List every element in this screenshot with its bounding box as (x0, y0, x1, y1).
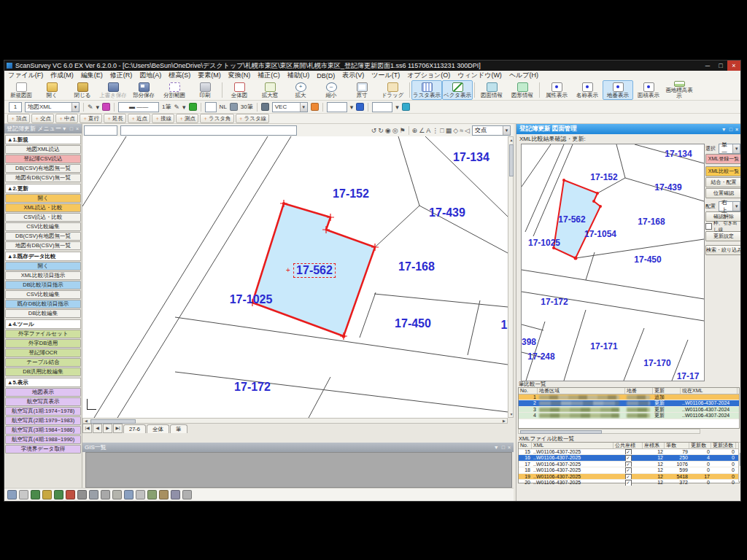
edit-toolbar-dropdown[interactable]: 地図XML▼ (25, 102, 80, 112)
sidebar-item[interactable]: 航空写真(3期:1984~1986) (5, 426, 81, 435)
checkbox-checked-icon[interactable]: ✓ (625, 474, 632, 480)
column-header[interactable]: No. (519, 388, 538, 394)
snap-ラスタ線-button[interactable]: ＋ラスタ線 (236, 114, 270, 123)
edit-tool-icon[interactable]: ▾ (182, 104, 186, 111)
snap-延長-button[interactable]: ＋延長 (104, 114, 126, 123)
table-row[interactable]: 2更新..W01106-4307-2024 (519, 400, 739, 407)
table-row[interactable]: 17..W01106-4307-2025✓12107600 (519, 462, 739, 468)
menu-item[interactable]: 表示(V) (338, 71, 368, 80)
title-bar[interactable]: ScanSurvey VC 6.0 EX Ver 6.2.0.0 - [C:\U… (4, 61, 740, 71)
status-icon[interactable] (159, 490, 169, 499)
sidebar-item[interactable]: 地図表示 (5, 388, 81, 397)
menu-item[interactable]: ツール(T) (368, 71, 403, 80)
toolbar-button[interactable]: 全体図 (224, 80, 255, 100)
edit-toolbar-field[interactable] (327, 102, 347, 112)
map-nav-icon[interactable]: ◎ (392, 127, 398, 134)
sidebar-item[interactable]: DB汎用比較編集 (5, 368, 81, 376)
status-icon[interactable] (124, 490, 133, 499)
sheet-tab-27-6[interactable]: 27-6 (123, 424, 146, 433)
sidebar-item[interactable]: 開く (5, 262, 81, 271)
snap-交点-button[interactable]: ＋交点 (31, 114, 54, 123)
edit-tool-color-icon[interactable] (102, 103, 110, 111)
menu-item[interactable]: ファイル(F) (4, 71, 47, 80)
table-row[interactable]: 15..W01106-4307-2025✓127900 (519, 449, 739, 456)
edit-tool-color-icon[interactable] (189, 103, 197, 111)
table-row[interactable]: 19..W01106-4307-2025✓125418170 (519, 474, 739, 481)
join-place-button[interactable]: 結合・配置 (705, 177, 741, 187)
sidebar-item[interactable]: テーブル結合 (5, 358, 81, 367)
column-header[interactable]: 筆数 (665, 443, 689, 448)
map-edit-icon[interactable]: ≈ (460, 127, 463, 134)
sheet-tab-筆[interactable]: 筆 (170, 424, 187, 433)
column-header[interactable]: XML (532, 443, 614, 448)
maximize-button[interactable]: □ (714, 61, 727, 71)
edit-tool-color-icon[interactable] (356, 103, 364, 111)
sidebar-item[interactable]: CSV比較編集 (5, 222, 81, 231)
snap-近点-button[interactable]: ＋近点 (128, 114, 150, 123)
table-row[interactable]: 4更新..W01106-4307-2024 (519, 413, 739, 419)
toolbar-button[interactable]: 印刷 (190, 80, 220, 100)
sidebar-item[interactable]: CSV比較編集 (5, 290, 81, 299)
mini-map-canvas[interactable]: 17-13417-15217-43917-56217-16817-105417-… (521, 144, 705, 381)
sidebar-item[interactable]: 登記簿OCR (5, 349, 81, 357)
map-edit-icon[interactable]: ⋮ (432, 127, 438, 134)
snap-mode-select[interactable]: 交点▼ (472, 125, 511, 136)
position-check-button[interactable]: 位置確認 (705, 188, 741, 198)
snap-測点-button[interactable]: ＋測点 (176, 114, 198, 123)
map-edit-icon[interactable]: ⊕ (412, 127, 418, 134)
sidebar-section-header[interactable]: ▲5.表示 (5, 378, 81, 387)
menu-item[interactable]: 変換(N) (225, 71, 255, 80)
sidebar-item[interactable]: 地図XML読込 (5, 145, 81, 154)
search-filter-button[interactable]: 検索・絞り込み (705, 245, 741, 255)
map-edit-icon[interactable]: ▦ (446, 127, 452, 134)
edit-tool-icon[interactable]: ✎ (88, 104, 93, 111)
status-icon[interactable] (171, 490, 180, 499)
sidebar-item[interactable]: 登記簿CSV読込 (5, 155, 81, 163)
status-icon[interactable] (89, 490, 98, 499)
map-nav-icon[interactable]: ◉ (385, 127, 391, 134)
edit-tool-icon[interactable]: ▾ (350, 104, 354, 111)
toolbar-button[interactable]: 閉じる (67, 80, 98, 100)
toolbar-button[interactable]: 縮小 (316, 80, 347, 100)
toolbar-button[interactable]: 地番表示 (603, 80, 633, 100)
toolbar-button[interactable]: ラスタ表示 (411, 80, 442, 100)
checkbox-checked-icon[interactable]: ✓ (625, 462, 632, 467)
column-header[interactable]: 地番 (625, 388, 653, 394)
sidebar-item[interactable]: 開く (5, 194, 81, 203)
menu-item[interactable]: DB(D) (313, 72, 338, 79)
toolbar-button[interactable]: 面積表示 (633, 80, 664, 100)
sidebar-item[interactable]: XML比較項目指示 (5, 271, 81, 280)
sidebar-item[interactable]: 航空写真(4期:1988~1990) (5, 435, 81, 444)
status-icon[interactable] (19, 490, 28, 499)
tab-prev-button[interactable]: ◀ (93, 424, 102, 433)
status-icon[interactable] (112, 490, 122, 499)
toolbar-button[interactable]: ドラッグ (377, 80, 408, 100)
sidebar-item[interactable]: DB比較編集 (5, 309, 81, 318)
table-row[interactable]: 16..W01106-4307-2025✓1225040 (519, 455, 739, 462)
toolbar-button[interactable]: 部分保存 (128, 80, 159, 100)
menu-item[interactable]: ウィンドウ(W) (454, 71, 506, 80)
column-header[interactable]: 座標系 (643, 443, 665, 448)
snap-直行-button[interactable]: ＋直行 (80, 114, 102, 123)
sidebar-section-header[interactable]: ▲3.既存データ比較 (5, 252, 81, 261)
sidebar-item[interactable]: 航空写真表示 (5, 397, 81, 406)
frame-leader-checkbox[interactable] (705, 223, 712, 230)
map-vertical-scrollbar[interactable]: ▲ ▼ (508, 136, 514, 418)
sidebar-panel-buttons[interactable]: ▼ □ × (62, 126, 80, 131)
sidebar-item[interactable]: DB(CSV)有地図無一覧 (5, 232, 81, 241)
toolbar-button[interactable]: 図形情報 (507, 80, 538, 100)
gis-panel-buttons[interactable]: ▼ □ × (494, 445, 511, 450)
menu-item[interactable]: 要素(M) (194, 71, 225, 80)
sidebar-item[interactable]: 航空写真(2期:1979~1983) (5, 416, 81, 425)
toolbar-button[interactable]: 分割範囲 (159, 80, 190, 100)
sidebar-item[interactable]: 既存DB比較項目指示 (5, 300, 81, 308)
column-header[interactable]: 公共座標 (614, 443, 643, 448)
edit-toolbar-field[interactable] (205, 102, 217, 112)
status-icon[interactable] (101, 490, 110, 499)
toolbar-button[interactable]: 原寸 (347, 80, 377, 100)
edit-tool-icon[interactable]: ▾ (395, 104, 399, 111)
map-nav-icon[interactable]: ↺ (371, 127, 377, 134)
sidebar-item[interactable]: CSV読込・比較 (5, 213, 81, 222)
sidebar-item[interactable]: 地図有DB(CSV)無一覧 (5, 241, 81, 250)
status-icon[interactable] (147, 490, 157, 499)
